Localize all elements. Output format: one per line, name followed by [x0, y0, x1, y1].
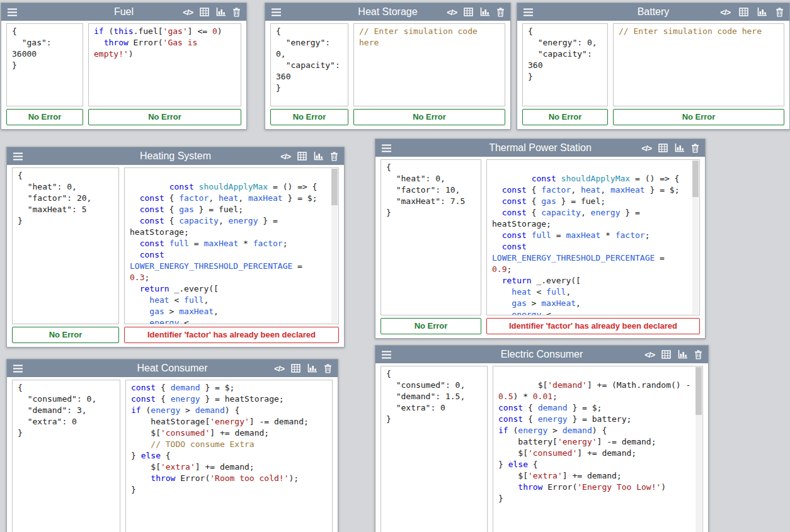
- menu-icon[interactable]: [381, 144, 392, 152]
- state-editor[interactable]: { "heat": 0, "factor": 20, "maxHeat": 5 …: [12, 167, 119, 324]
- code-view-icon[interactable]: </>: [183, 8, 193, 16]
- code-status[interactable]: No Error: [353, 109, 505, 125]
- widget-electric-consumer: Electric Consumer </> { "consumed": 0, "…: [375, 345, 709, 532]
- scrollbar-thumb[interactable]: [331, 169, 338, 205]
- menu-icon[interactable]: [13, 365, 23, 373]
- trash-icon[interactable]: [496, 8, 505, 17]
- state-editor[interactable]: { "gas": 36000 }: [6, 23, 83, 106]
- widget-battery: Battery </> { "energy": 0, "capacity": 3…: [517, 3, 790, 130]
- status-row: No Error No Error: [1, 108, 246, 129]
- status-row: No Error No Error: [265, 108, 510, 129]
- widget-header: Fuel </>: [1, 3, 246, 21]
- code-editor[interactable]: const { demand } = $; const { energy } =…: [125, 380, 333, 532]
- state-editor[interactable]: { "heat": 0, "factor": 10, "maxHeat": 7.…: [381, 159, 481, 315]
- trash-icon[interactable]: [691, 144, 699, 153]
- bar-chart-icon[interactable]: [757, 8, 767, 16]
- menu-icon[interactable]: [13, 152, 23, 161]
- widget-heating-system: Heating System </> { "heat": 0, "factor"…: [6, 147, 345, 348]
- table-icon[interactable]: [291, 364, 301, 373]
- state-status[interactable]: No Error: [522, 109, 608, 125]
- simulation-dashboard: Fuel </> { "gas": 36000 } if (this.fuel[…: [0, 0, 790, 532]
- status-row: No Error Identifier 'factor' has already…: [7, 325, 344, 347]
- code-view-icon[interactable]: </>: [280, 152, 290, 161]
- bar-chart-icon[interactable]: [480, 8, 489, 16]
- table-icon[interactable]: [200, 8, 209, 16]
- code-editor[interactable]: const shouldApplyMax = () => { const { f…: [486, 159, 700, 315]
- widget-body: { "consumed": 0, "demand": 3, "extra": 0…: [7, 377, 338, 532]
- code-view-icon[interactable]: </>: [644, 351, 655, 359]
- bar-chart-icon[interactable]: [216, 8, 226, 16]
- state-editor[interactable]: { "energy": 0, "capacity": 360 }: [522, 23, 608, 106]
- bar-chart-icon[interactable]: [307, 364, 317, 373]
- table-icon[interactable]: [661, 350, 671, 359]
- table-icon[interactable]: [739, 8, 748, 16]
- trash-icon[interactable]: [232, 8, 241, 17]
- widget-header: Battery </>: [517, 3, 789, 21]
- state-status[interactable]: No Error: [270, 109, 348, 125]
- code-status[interactable]: Identifier 'factor' has already been dec…: [486, 318, 700, 334]
- bar-chart-icon[interactable]: [678, 350, 687, 359]
- code-editor[interactable]: $['demand'] += (Math.random() - 0.5) * 0…: [493, 366, 703, 532]
- bar-chart-icon[interactable]: [314, 152, 323, 161]
- widget-header: Heat Storage </>: [265, 3, 510, 21]
- widget-header: Thermal Power Station </>: [375, 139, 705, 157]
- menu-icon[interactable]: [7, 8, 18, 16]
- status-row: No Error Identifier 'factor' has already…: [375, 317, 705, 338]
- trash-icon[interactable]: [694, 350, 702, 359]
- trash-icon[interactable]: [324, 364, 332, 373]
- status-row: No Error No Error: [517, 108, 789, 129]
- table-icon[interactable]: [297, 152, 307, 161]
- state-editor[interactable]: { "energy": 0, "capacity": 360 }: [270, 23, 348, 106]
- state-status[interactable]: No Error: [381, 318, 481, 334]
- code-status[interactable]: No Error: [88, 109, 241, 125]
- menu-icon[interactable]: [381, 351, 392, 359]
- menu-icon[interactable]: [271, 8, 282, 16]
- widget-header: Heat Consumer </>: [7, 359, 338, 377]
- widget-fuel: Fuel </> { "gas": 36000 } if (this.fuel[…: [1, 3, 247, 130]
- trash-icon[interactable]: [776, 8, 784, 17]
- widget-body: { "energy": 0, "capacity": 360 } // Ente…: [265, 21, 510, 108]
- widget-heat-consumer: Heat Consumer </> { "consumed": 0, "dema…: [6, 359, 338, 532]
- scrollbar-thumb[interactable]: [692, 161, 699, 197]
- state-editor[interactable]: { "consumed": 0, "demand": 1.5, "extra":…: [381, 366, 488, 532]
- widget-body: { "consumed": 0, "demand": 1.5, "extra":…: [375, 363, 708, 532]
- bar-chart-icon[interactable]: [675, 144, 684, 152]
- state-editor[interactable]: { "consumed": 0, "demand": 3, "extra": 0…: [12, 380, 120, 532]
- table-icon[interactable]: [658, 144, 668, 152]
- state-status[interactable]: No Error: [12, 327, 119, 343]
- widget-body: { "energy": 0, "capacity": 360 } // Ente…: [517, 21, 789, 108]
- state-status[interactable]: No Error: [6, 109, 83, 125]
- widget-body: { "gas": 36000 } if (this.fuel['gas'] <=…: [1, 21, 246, 108]
- code-editor[interactable]: // Enter simulation code here: [613, 23, 784, 106]
- code-editor[interactable]: // Enter simulation code here: [353, 23, 505, 106]
- scrollbar[interactable]: [692, 161, 699, 314]
- widget-heat-storage: Heat Storage </> { "energy": 0, "capacit…: [265, 3, 511, 130]
- widget-body: { "heat": 0, "factor": 20, "maxHeat": 5 …: [7, 165, 344, 325]
- code-view-icon[interactable]: </>: [274, 365, 284, 373]
- code-editor[interactable]: if (this.fuel['gas'] <= 0) throw Error('…: [88, 23, 241, 106]
- widget-header: Heating System </>: [7, 147, 344, 165]
- code-editor[interactable]: const shouldApplyMax = () => { const { f…: [124, 167, 339, 324]
- code-view-icon[interactable]: </>: [447, 8, 457, 16]
- scrollbar[interactable]: [331, 169, 338, 323]
- scrollbar[interactable]: [696, 367, 702, 532]
- code-view-icon[interactable]: </>: [720, 8, 730, 16]
- table-icon[interactable]: [464, 8, 473, 16]
- widget-body: { "heat": 0, "factor": 10, "maxHeat": 7.…: [375, 157, 705, 317]
- scrollbar-thumb[interactable]: [696, 367, 702, 415]
- widget-header: Electric Consumer </>: [375, 346, 708, 363]
- trash-icon[interactable]: [330, 152, 338, 161]
- code-view-icon[interactable]: </>: [641, 144, 651, 152]
- code-status[interactable]: Identifier 'factor' has already been dec…: [124, 327, 339, 343]
- code-status[interactable]: No Error: [613, 109, 784, 125]
- widget-thermal-power-station: Thermal Power Station </> { "heat": 0, "…: [375, 139, 706, 339]
- menu-icon[interactable]: [523, 8, 534, 16]
